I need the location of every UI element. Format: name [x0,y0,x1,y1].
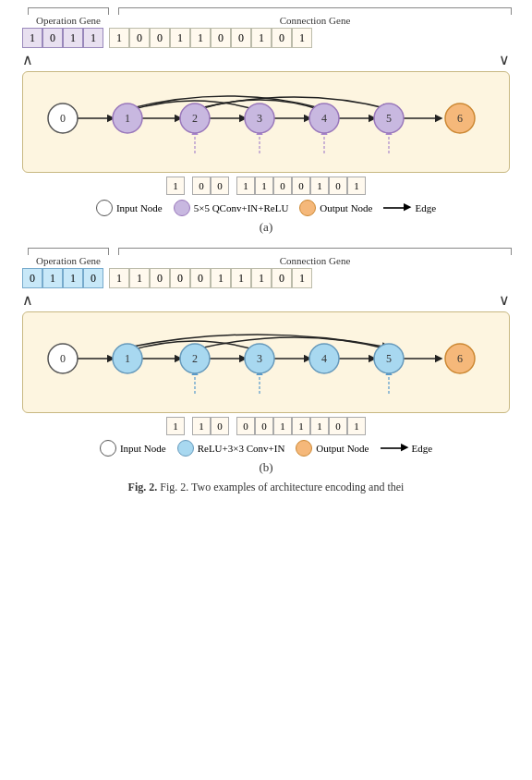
sub-cells-b: 1 1 0 0 0 1 1 1 0 1 [18,417,514,435]
svg-text:5: 5 [386,352,392,365]
caption-a: (a) [18,220,514,235]
output-node-icon-a [299,200,316,216]
svg-text:1: 1 [125,112,130,125]
graph-svg-a: 0 1 2 3 4 5 6 [30,81,502,165]
svg-text:5: 5 [386,112,392,125]
output-node-icon-b [296,440,312,457]
svg-text:0: 0 [60,112,66,125]
arrows-a: ∧ ∨ [18,48,514,71]
svg-text:2: 2 [192,112,198,125]
legend-b: Input Node ReLU+3×3 Conv+IN Output Node … [18,440,514,457]
svg-text:2: 2 [192,352,198,365]
op-node-icon-a [174,200,190,216]
legend-input-a: Input Node [96,200,163,216]
gene-cells-b: 0 1 1 0 1 1 0 0 0 1 1 1 0 1 [18,268,514,288]
legend-output-b: Output Node [296,440,369,457]
svg-text:4: 4 [321,352,327,365]
graph-area-a: 0 1 2 3 4 5 6 [22,71,510,173]
legend-input-b: Input Node [100,440,166,457]
svg-text:6: 6 [457,352,463,365]
caption-b: (b) [18,460,514,475]
fig-caption: Fig. 2. Fig. 2. Two examples of architec… [0,481,532,494]
conn-gene-label-a: Connection Gene [116,7,514,26]
svg-text:1: 1 [125,352,130,365]
svg-text:0: 0 [60,352,66,365]
legend-op-b: ReLU+3×3 Conv+IN [177,440,285,457]
svg-text:3: 3 [257,352,262,365]
legend-edge-a: ▶ Edge [383,202,436,213]
graph-area-b: 0 1 2 3 4 5 6 [22,311,510,413]
gene-cells-a: 1 0 1 1 1 0 0 1 1 0 0 1 0 1 [18,28,514,48]
input-node-icon-a [96,200,113,216]
op-gene-label-a: Operation Gene [26,7,111,26]
legend-edge-b: ▶ Edge [381,443,433,454]
arrows-b: ∧ ∨ [18,288,514,311]
legend-output-a: Output Node [299,200,372,216]
svg-text:3: 3 [257,112,262,125]
diagram-b: Operation Gene Connection Gene 0 1 1 0 1… [0,240,532,475]
conn-gene-label-b: Connection Gene [116,248,514,266]
svg-text:4: 4 [321,112,327,125]
legend-op-a: 5×5 QConv+IN+ReLU [174,200,289,216]
op-node-icon-b [177,440,194,457]
diagram-a: Operation Gene Connection Gene 1 0 1 1 1… [0,0,532,235]
svg-text:6: 6 [457,112,463,125]
op-gene-label-b: Operation Gene [26,248,111,266]
legend-a: Input Node 5×5 QConv+IN+ReLU Output Node… [18,200,514,216]
input-node-icon-b [100,440,116,457]
sub-cells-a: 1 0 0 1 1 0 0 1 0 1 [18,177,514,195]
graph-svg-b: 0 1 2 3 4 5 6 [30,322,502,405]
